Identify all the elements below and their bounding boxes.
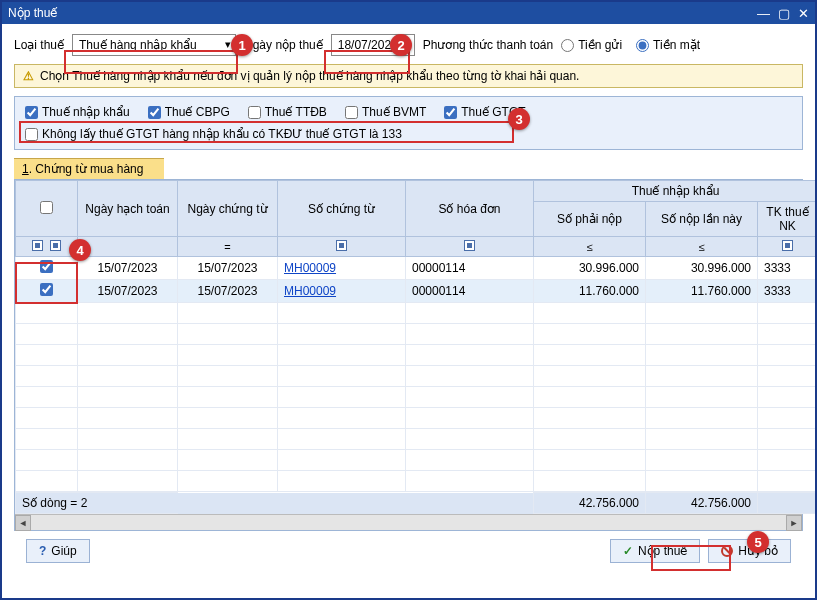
row-checkbox[interactable] bbox=[40, 260, 53, 273]
grid-wrap: Ngày hạch toán Ngày chứng từ Số chứng từ… bbox=[14, 179, 803, 531]
col-doc-no[interactable]: Số chứng từ bbox=[278, 181, 406, 237]
col-invoice-no[interactable]: Số hóa đơn bbox=[406, 181, 534, 237]
tax-checkbox-panel: Thuế nhập khẩu Thuế CBPG Thuế TTĐB Thuế … bbox=[14, 96, 803, 150]
chk-bvmt[interactable]: Thuế BVMT bbox=[345, 105, 426, 119]
chk-cbpg[interactable]: Thuế CBPG bbox=[148, 105, 230, 119]
col-this-pay[interactable]: Số nộp lần này bbox=[646, 202, 758, 237]
chk-ttdb[interactable]: Thuế TTĐB bbox=[248, 105, 327, 119]
chk-nhap-khau[interactable]: Thuế nhập khẩu bbox=[25, 105, 130, 119]
col-group-import-tax: Thuế nhập khẩu bbox=[534, 181, 818, 202]
callout-badge-2: 2 bbox=[390, 34, 412, 56]
pay-method-label: Phương thức thanh toán bbox=[423, 38, 553, 52]
info-text: Chọn Thuế hàng nhập khẩu nếu đơn vị quản… bbox=[40, 69, 579, 83]
title-bar: Nộp thuế — ▢ ✕ bbox=[2, 2, 815, 24]
total-due: 42.756.000 bbox=[534, 493, 646, 514]
tax-type-label: Loại thuế bbox=[14, 38, 64, 52]
col-doc-date[interactable]: Ngày chứng từ bbox=[178, 181, 278, 237]
col-due[interactable]: Số phải nộp bbox=[534, 202, 646, 237]
doc-link[interactable]: MH00009 bbox=[284, 261, 336, 275]
total-pay: 42.756.000 bbox=[646, 493, 758, 514]
filter-icon bbox=[336, 240, 347, 251]
radio-cash[interactable]: Tiền mặt bbox=[636, 38, 700, 52]
rows-count: Số dòng = 2 bbox=[16, 493, 178, 514]
check-icon: ✓ bbox=[623, 544, 633, 558]
close-icon[interactable]: ✕ bbox=[798, 6, 809, 21]
tax-type-dropdown[interactable]: Thuế hàng nhập khẩu bbox=[72, 34, 236, 56]
help-button[interactable]: ?Giúp bbox=[26, 539, 90, 563]
radio-transfer[interactable]: Tiền gửi bbox=[561, 38, 622, 52]
filter-icon[interactable] bbox=[32, 240, 43, 251]
window-controls: — ▢ ✕ bbox=[757, 6, 809, 21]
scroll-left-icon[interactable]: ◄ bbox=[15, 515, 31, 531]
cancel-icon bbox=[721, 545, 733, 557]
submit-button[interactable]: ✓Nộp thuế bbox=[610, 539, 700, 563]
table-row[interactable]: 15/07/2023 15/07/2023 MH00009 00000114 3… bbox=[16, 257, 818, 280]
help-icon: ? bbox=[39, 544, 46, 558]
grid-header: Ngày hạch toán Ngày chứng từ Số chứng từ… bbox=[15, 180, 817, 492]
row-checkbox[interactable] bbox=[40, 283, 53, 296]
callout-badge-1: 1 bbox=[231, 34, 253, 56]
pay-date-label: Ngày nộp thuế bbox=[244, 38, 323, 52]
warning-icon: ⚠ bbox=[23, 69, 34, 83]
callout-badge-5: 5 bbox=[747, 531, 769, 553]
filter-icon[interactable] bbox=[50, 240, 61, 251]
window-title: Nộp thuế bbox=[8, 6, 57, 20]
table-row[interactable]: 15/07/2023 15/07/2023 MH00009 00000114 1… bbox=[16, 280, 818, 303]
col-posting-date[interactable]: Ngày hạch toán bbox=[78, 181, 178, 237]
filter-icon bbox=[464, 240, 475, 251]
filter-icon bbox=[782, 240, 793, 251]
callout-badge-3: 3 bbox=[508, 108, 530, 130]
col-account[interactable]: TK thuế NK bbox=[758, 202, 818, 237]
doc-link[interactable]: MH00009 bbox=[284, 284, 336, 298]
horizontal-scrollbar[interactable]: ◄ ► bbox=[15, 514, 802, 530]
section-header[interactable]: 1. Chứng từ mua hàng bbox=[14, 158, 164, 180]
bottom-bar: ?Giúp ✓Nộp thuế Hủy bỏ bbox=[14, 531, 803, 571]
pay-date-value: 18/07/2023 bbox=[338, 38, 398, 52]
scroll-right-icon[interactable]: ► bbox=[786, 515, 802, 531]
callout-badge-4: 4 bbox=[69, 239, 91, 261]
minimize-icon[interactable]: — bbox=[757, 6, 770, 21]
select-all-checkbox[interactable] bbox=[40, 201, 53, 214]
tax-type-value: Thuế hàng nhập khẩu bbox=[79, 38, 197, 52]
maximize-icon[interactable]: ▢ bbox=[778, 6, 790, 21]
grid-footer: Số dòng = 2 42.756.000 42.756.000 bbox=[15, 492, 817, 514]
chk-exclude-133[interactable]: Không lấy thuế GTGT hàng nhập khẩu có TK… bbox=[25, 127, 402, 141]
info-bar: ⚠ Chọn Thuế hàng nhập khẩu nếu đơn vị qu… bbox=[14, 64, 803, 88]
